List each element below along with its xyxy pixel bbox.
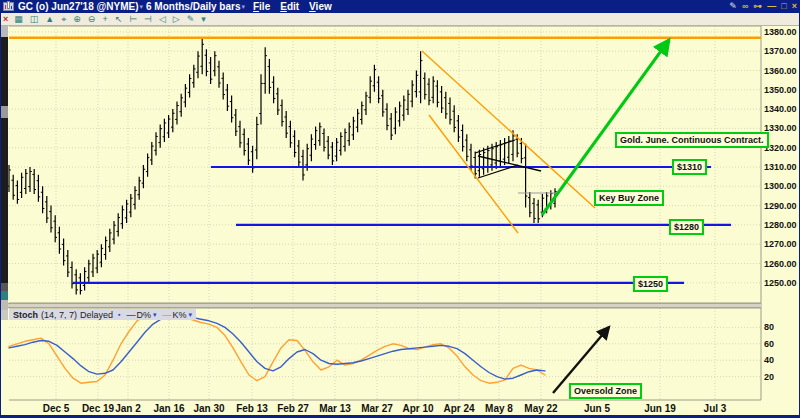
stoch-tick-label: 20 — [764, 372, 774, 382]
toolbar-icon[interactable]: ✎ — [187, 14, 195, 25]
minimize-button[interactable]: — — [767, 2, 776, 11]
price-flag-1310[interactable]: $1310 — [672, 159, 707, 175]
price-tick-label: 1270.00 — [764, 239, 797, 249]
date-tick-label: May 8 — [485, 403, 513, 414]
symbol-title[interactable]: GC (o) Jun27'18 @NYME) — [18, 1, 138, 12]
panel-splitter[interactable] — [1, 303, 761, 308]
date-tick-label: Apr 10 — [402, 403, 433, 414]
toolbar-icon[interactable]: ▦ — [14, 14, 23, 25]
price-tick-label: 1320.00 — [764, 143, 797, 153]
price-tick-label: 1360.00 — [764, 66, 797, 76]
date-tick-label: Jul 3 — [704, 403, 727, 414]
close-button[interactable]: × — [792, 2, 797, 11]
price-tick-label: 1310.00 — [764, 162, 797, 172]
toolbar-icon[interactable]: ▲ — [45, 14, 54, 25]
date-tick-label: Apr 24 — [443, 403, 474, 414]
left-strip-anchor-icon[interactable] — [1, 291, 8, 300]
stoch-settings-caret[interactable]: ▪ — [118, 311, 120, 318]
chart-canvas[interactable] — [1, 0, 800, 418]
app-icon — [3, 2, 14, 11]
key-buy-zone-label[interactable]: Key Buy Zone — [594, 190, 664, 206]
date-tick-label: Jan 30 — [193, 403, 224, 414]
left-strip-button-3[interactable] — [1, 310, 8, 320]
left-strip-button-1[interactable] — [1, 283, 8, 291]
stoch-tick-label: 60 — [764, 339, 774, 349]
toolbar-icon[interactable]: ▷ — [173, 14, 180, 25]
menu-edit[interactable]: Edit — [280, 1, 299, 12]
date-tick-label: Dec 5 — [43, 403, 70, 414]
chart-window: GC (o) Jun27'18 @NYME) ▾ 6 Months/Daily … — [0, 0, 800, 418]
price-tick-label: 1380.00 — [764, 27, 797, 37]
price-flag-1280[interactable]: $1280 — [669, 219, 704, 235]
price-tick-label: 1260.00 — [764, 259, 797, 269]
oversold-zone-label[interactable]: Oversold Zone — [569, 383, 642, 399]
date-tick-label: Jan 2 — [115, 403, 141, 414]
k-line-caret[interactable]: ▾ — [189, 311, 193, 319]
price-tick-label: 1290.00 — [764, 201, 797, 211]
date-tick-label: Dec 19 — [82, 403, 114, 414]
price-tick-label: 1330.00 — [764, 123, 797, 133]
menu-file[interactable]: File — [253, 1, 270, 12]
toolbar-icon[interactable]: ⊢ — [129, 14, 137, 25]
toolbar-icon[interactable]: ◫ — [30, 14, 39, 25]
stoch-tick-label: 40 — [764, 355, 774, 365]
date-tick-label: May 22 — [524, 403, 557, 414]
price-tick-label: 1250.00 — [764, 278, 797, 288]
d-line-swatch: — — [127, 310, 136, 320]
toolbar-icon[interactable]: + — [102, 14, 107, 25]
period-title[interactable]: 6 Months/Daily bars — [146, 1, 240, 12]
pin-icon[interactable]: ⊶ — [753, 2, 762, 11]
toolbar-icon[interactable]: ⌖ — [61, 14, 66, 25]
toolbar-icon[interactable]: ↖ — [115, 14, 123, 25]
period-dropdown-caret[interactable]: ▾ — [241, 3, 245, 11]
k-line-label: K% — [173, 310, 187, 320]
toolbar-icon[interactable]: ⊣ — [144, 14, 152, 25]
price-flag-1250[interactable]: $1250 — [633, 276, 668, 292]
price-tick-label: 1370.00 — [764, 46, 797, 56]
left-scrollbar-mark[interactable] — [1, 106, 8, 118]
stoch-tick-label: 80 — [764, 322, 774, 332]
price-tick-label: 1280.00 — [764, 220, 797, 230]
title-bar: GC (o) Jun27'18 @NYME) ▾ 6 Months/Daily … — [1, 0, 800, 13]
toolbar-icon[interactable]: ⊖ — [88, 14, 96, 25]
stoch-delayed-label: Delayed — [80, 310, 113, 320]
d-line-caret[interactable]: ▾ — [153, 311, 157, 319]
price-tick-label: 1350.00 — [764, 85, 797, 95]
symbol-dropdown-caret[interactable]: ▾ — [139, 3, 143, 11]
date-tick-label: Mar 13 — [319, 403, 351, 414]
date-tick-label: Jun 5 — [584, 403, 610, 414]
date-tick-label: Feb 27 — [277, 403, 309, 414]
tool-bar: × ▦◫▲⌖⊕⊖+↖⊢⊣◁▷✎▾ — [1, 13, 800, 26]
left-scrollbar-track[interactable] — [1, 26, 8, 283]
link-icon[interactable]: ∞ — [742, 2, 748, 11]
d-line-label: D% — [137, 310, 152, 320]
price-tick-label: 1300.00 — [764, 181, 797, 191]
k-line-swatch: — — [163, 310, 172, 320]
toolbar-icon[interactable]: ▾ — [201, 14, 206, 25]
left-strip-button-2[interactable] — [1, 300, 8, 310]
annotate-icon[interactable]: ✎ — [729, 2, 737, 11]
menu-view[interactable]: View — [309, 1, 332, 12]
maximize-button[interactable]: □ — [781, 2, 786, 11]
left-scrollbar-thumb[interactable] — [1, 26, 8, 37]
toolbar-icon[interactable]: ◁ — [159, 14, 166, 25]
stoch-study-name[interactable]: Stoch — [13, 310, 38, 320]
date-tick-label: Feb 13 — [236, 403, 268, 414]
toolbar-icon[interactable]: ⊕ — [73, 14, 81, 25]
date-tick-label: Jun 19 — [644, 403, 676, 414]
stoch-params: (14, 7, 7) — [41, 310, 77, 320]
toolbar-icons: ▦◫▲⌖⊕⊖+↖⊢⊣◁▷✎▾ — [14, 14, 206, 25]
close-chart-icon[interactable]: × — [3, 14, 8, 25]
gold-contract-label[interactable]: Gold. June. Continuous Contract. — [615, 132, 769, 148]
price-tick-label: 1340.00 — [764, 104, 797, 114]
date-tick-label: Jan 16 — [153, 403, 184, 414]
date-tick-label: Mar 27 — [361, 403, 393, 414]
stoch-legend: Stoch (14, 7, 7) Delayed ▪ — D% ▾ — K% ▾ — [9, 309, 196, 320]
